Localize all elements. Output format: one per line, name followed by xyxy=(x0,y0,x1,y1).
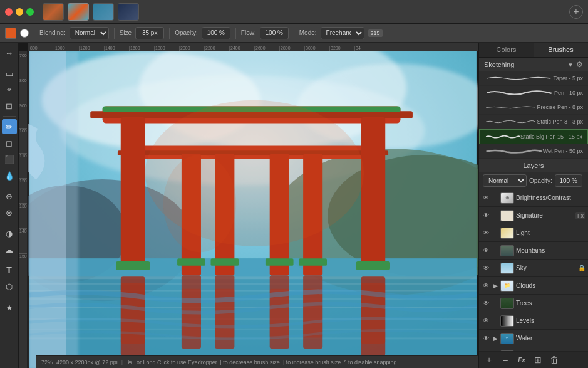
layer-brightness[interactable]: 👁 ⊕ Brightness/Contrast xyxy=(479,189,588,207)
layer-name-clouds: Clouds xyxy=(516,282,585,289)
layer-eye-clouds[interactable]: 👁 xyxy=(482,281,490,290)
layers-header: Layers xyxy=(479,159,588,172)
layer-name-levels: Levels xyxy=(516,317,585,324)
brush-item-static3[interactable]: Static Pen 3 - 3 px xyxy=(479,115,588,129)
tool-eraser[interactable]: ◻ xyxy=(2,135,17,150)
layer-light[interactable]: 👁 Light xyxy=(479,224,588,242)
brush-item-pen[interactable]: Pen - 10 px xyxy=(479,86,588,100)
flow-input[interactable] xyxy=(260,27,289,39)
fx-button[interactable]: Fx xyxy=(515,354,528,366)
tool-marquee[interactable]: ▭ xyxy=(2,66,17,81)
tool-text[interactable]: T xyxy=(2,263,17,278)
layer-name-water: Water xyxy=(516,335,585,342)
layer-eye-brightness[interactable]: 👁 xyxy=(482,194,490,202)
minimize-button[interactable] xyxy=(16,8,23,16)
painting-canvas xyxy=(28,51,478,368)
layer-sky[interactable]: 👁 Sky 🔒 xyxy=(479,260,588,277)
brush-label-taper: Taper - 5 px xyxy=(553,75,583,81)
add-tab-button[interactable]: + xyxy=(569,5,583,19)
doc-tab-3[interactable] xyxy=(93,3,114,21)
ruler-left: 700 800 900 1000 1100 1200 1300 1400 150… xyxy=(19,51,28,368)
layer-signature[interactable]: 👁 Signature Fx xyxy=(479,207,588,224)
ruler-mark: 2400 xyxy=(229,46,254,51)
foreground-color[interactable] xyxy=(5,28,16,39)
canvas-content[interactable]: 72% 4200 x 2200px @ 72 ppi | 🖱 or Long C… xyxy=(28,51,478,368)
brushes-gear-icon[interactable]: ⚙ xyxy=(576,60,583,69)
layer-expand-clouds[interactable]: ▶ xyxy=(492,283,498,289)
layer-expand-water[interactable]: ▶ xyxy=(492,335,498,342)
ruler-mark: 34 xyxy=(354,46,379,51)
tool-lasso[interactable]: ⌖ xyxy=(2,82,17,97)
tool-shape[interactable]: ⬡ xyxy=(2,279,17,294)
layer-expand-trees xyxy=(492,300,498,307)
size-input[interactable] xyxy=(135,27,164,39)
layer-eye-sky[interactable]: 👁 xyxy=(482,264,490,273)
layer-thumb-signature xyxy=(500,210,514,221)
layers-bottom-bar: + – Fx ⊞ 🗑 xyxy=(479,351,588,368)
layer-thumb-levels xyxy=(500,315,514,327)
doc-tab-1[interactable] xyxy=(43,3,64,21)
close-button[interactable] xyxy=(5,8,13,16)
delete-layer-button[interactable]: – xyxy=(499,354,512,366)
tab-colors[interactable]: Colors xyxy=(479,43,534,57)
layer-trees[interactable]: 👁 Trees xyxy=(479,295,588,312)
dimensions: 4200 x 2200px @ 72 ppi xyxy=(56,359,118,365)
ruler-mark: 1400 xyxy=(104,46,129,51)
doc-tab-2[interactable] xyxy=(68,3,89,21)
ruler-mark: 1000 xyxy=(54,46,79,51)
tool-brush[interactable]: ✏ xyxy=(2,119,17,134)
canvas-area[interactable]: 800 1000 1200 1400 1600 1800 2000 2200 2… xyxy=(19,43,478,368)
tool-clone[interactable]: ⊗ xyxy=(2,205,17,220)
tool-fill[interactable]: ⬛ xyxy=(2,152,17,167)
layer-eye-water[interactable]: 👁 xyxy=(482,334,490,343)
opacity-label: Opacity: xyxy=(175,29,198,36)
maximize-button[interactable] xyxy=(26,8,34,16)
tool-smudge[interactable]: ☁ xyxy=(2,242,17,257)
tool-crop[interactable]: ⊡ xyxy=(2,98,17,113)
layer-water[interactable]: 👁 ▶ ≈ Water xyxy=(479,330,588,347)
tool-eyedropper[interactable]: 💧 xyxy=(2,168,17,183)
layer-name-signature: Signature xyxy=(516,212,574,219)
add-layer-button[interactable]: + xyxy=(483,354,495,366)
tool-move[interactable]: ↔ xyxy=(2,45,17,60)
layer-eye-levels[interactable]: 👁 xyxy=(482,317,490,325)
tool-dodge[interactable]: ◑ xyxy=(2,226,17,241)
tab-brushes[interactable]: Brushes xyxy=(534,43,588,57)
background-color[interactable] xyxy=(20,29,29,38)
layer-levels[interactable]: 👁 Levels xyxy=(479,312,588,330)
layer-fx-badge: Fx xyxy=(575,212,585,219)
layer-blend-select[interactable]: Normal xyxy=(483,174,527,187)
tool-heal[interactable]: ⊕ xyxy=(2,189,17,204)
brush-item-precise[interactable]: Precise Pen - 8 px xyxy=(479,100,588,115)
layer-eye-signature[interactable]: 👁 xyxy=(482,211,490,220)
layer-thumb-sky xyxy=(500,263,514,274)
trash-button[interactable]: 🗑 xyxy=(548,354,560,366)
group-layer-button[interactable]: ⊞ xyxy=(532,354,544,366)
layer-mountains[interactable]: 👁 Mountains xyxy=(479,242,588,260)
layer-name-light: Light xyxy=(516,229,585,236)
brushes-section: Sketching ▼ ⚙ Taper - 5 px xyxy=(479,58,588,159)
category-dropdown-icon[interactable]: ▼ xyxy=(567,61,574,68)
toolbar: Blending: Normal Size Opacity: Flow: Mod… xyxy=(0,24,588,43)
mode-select[interactable]: Freehand xyxy=(321,27,364,39)
layer-opacity-input[interactable] xyxy=(555,174,582,187)
doc-tab-4[interactable] xyxy=(118,3,139,21)
layer-eye-light[interactable]: 👁 xyxy=(482,229,490,238)
traffic-lights xyxy=(5,8,34,16)
tool-star[interactable]: ★ xyxy=(2,300,17,315)
separator xyxy=(3,63,16,63)
layer-opacity-label: Opacity: xyxy=(529,177,552,184)
brush-item-taper[interactable]: Taper - 5 px xyxy=(479,71,588,86)
layer-eye-trees[interactable]: 👁 xyxy=(482,299,490,308)
brush-label-precise: Precise Pen - 8 px xyxy=(537,104,583,110)
layer-eye-mountains[interactable]: 👁 xyxy=(482,246,490,255)
brush-item-staticbig[interactable]: Static Big Pen 15 - 15 px xyxy=(479,129,588,144)
left-toolbar: ↔ ▭ ⌖ ⊡ ✏ ◻ ⬛ 💧 ⊕ ⊗ ◑ ☁ T ⬡ ★ xyxy=(0,43,19,368)
zoom-level: 72% xyxy=(41,359,53,365)
blending-select[interactable]: Normal xyxy=(70,27,109,39)
opacity-input[interactable] xyxy=(202,27,230,39)
layer-clouds[interactable]: 👁 ▶ 📁 Clouds xyxy=(479,277,588,295)
svg-point-51 xyxy=(163,155,237,252)
brush-item-wetpen[interactable]: Wet Pen - 50 px xyxy=(479,144,588,159)
layer-expand-signature xyxy=(492,213,498,219)
